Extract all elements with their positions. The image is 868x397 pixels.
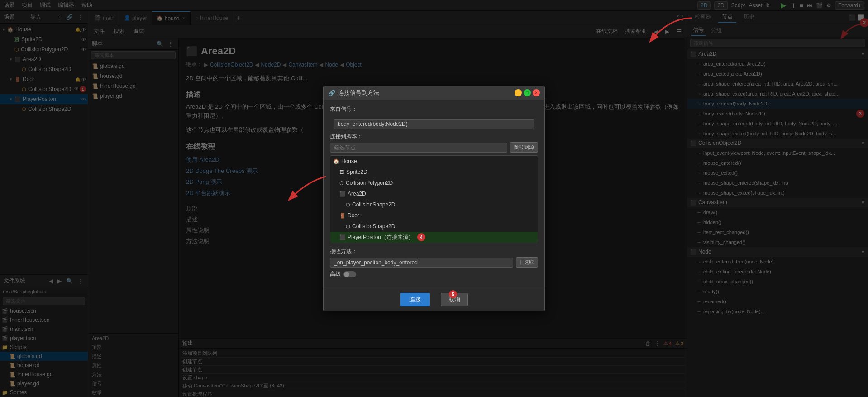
dialog-filter-row: 跳转到源 [330,142,538,153]
dialog-method-row: ‖ 选取 [330,257,538,268]
dtree-cs2d-door[interactable]: ⬡ CollisionShape2D [330,221,538,232]
step-badge-5: 5 [449,290,457,298]
dtree-sprite2d-name: Sprite2D [346,169,367,175]
dtree-sprite2d-icon: 🖼 [339,169,344,175]
connect-button[interactable]: 连接 [400,293,430,306]
step-badge-4: 4 [417,233,425,241]
dtree-cp2d-name: CollisionPolygon2D [346,180,393,186]
dialog-icon: 🔗 [328,90,335,96]
advanced-toggle[interactable] [343,271,356,277]
dtree-cp2d-icon: ⬡ [339,180,344,186]
dtree-cs2d-icon: ⬡ [346,202,350,208]
dtree-door[interactable]: 🚪 Door [330,210,538,221]
dtree-area2d-icon: ⬛ [339,191,346,197]
dtree-playerposition[interactable]: ⬛ PlayerPositon（连接来源） 4 [330,232,538,243]
dtree-cs2d-name: CollisionShape2D [352,201,395,208]
from-signal-value: body_entered(body:Node2D) [334,119,534,129]
from-signal-row: 来自信号： [330,105,538,113]
jump-to-source-btn[interactable]: 跳转到源 [510,142,538,153]
dialog-titlebar: 🔗 连接信号到方法 _ □ ✕ [324,86,544,100]
select-btn[interactable]: ‖ 选取 [516,257,538,268]
from-signal-value-row: body_entered(body:Node2D) [330,118,538,133]
connect-to-label: 连接到脚本： [330,133,362,139]
dialog-close-btn[interactable]: ✕ [533,89,540,96]
dtree-area2d-name: Area2D [348,191,366,197]
connect-signal-dialog: 🔗 连接信号到方法 _ □ ✕ 来自信号： body_entered(body:… [323,86,545,311]
toggle-knob [344,272,349,277]
dialog-advanced-row: 高级 [330,270,538,278]
dtree-cp2d[interactable]: ⬡ CollisionPolygon2D [330,177,538,188]
dialog-minimize-btn[interactable]: _ [515,89,522,96]
dtree-house-icon: 🏠 [333,158,339,164]
dtree-cs2d-door-name: CollisionShape2D [352,223,395,230]
dtree-door-icon: 🚪 [339,213,346,219]
method-label: 接收方法： [330,248,357,254]
dtree-cs2d-door-icon: ⬡ [346,224,350,230]
dialog-body: 来自信号： body_entered(body:Node2D) 连接到脚本： 跳… [324,100,544,288]
dialog-title-text: 连接信号到方法 [338,89,379,97]
advanced-label: 高级 [330,270,341,278]
dtree-pp-name: PlayerPositon（连接来源） [348,234,414,241]
dtree-house[interactable]: 🏠 House [330,156,538,167]
dtree-area2d[interactable]: ⬛ Area2D [330,188,538,199]
dialog-filter-input[interactable] [330,143,507,153]
dialog-maximize-btn[interactable]: □ [524,89,531,96]
dialog-overlay[interactable]: 🔗 连接信号到方法 _ □ ✕ 来自信号： body_entered(body:… [0,0,868,397]
dtree-door-name: Door [348,212,359,219]
dtree-pp-icon: ⬛ [339,234,346,240]
dtree-sprite2d[interactable]: 🖼 Sprite2D [330,167,538,177]
dialog-node-tree: 🏠 House 🖼 Sprite2D ⬡ CollisionPolygon2D … [330,155,538,243]
dtree-cs2d[interactable]: ⬡ CollisionShape2D [330,199,538,210]
dtree-house-name: House [341,158,357,164]
method-input[interactable] [330,258,513,268]
dialog-footer: 连接 5 取消 [324,288,544,311]
connect-to-row: 连接到脚本： [330,133,538,140]
from-signal-label: 来自信号： [330,105,366,113]
method-label-row: 接收方法： [330,248,538,255]
annotation-arrow-2 [646,14,701,50]
